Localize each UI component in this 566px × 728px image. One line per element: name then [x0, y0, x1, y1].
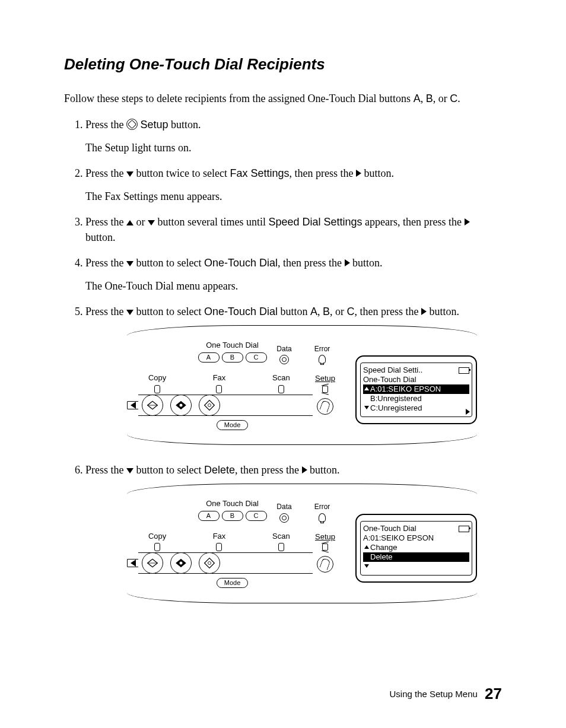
- arrow-right-icon: [465, 218, 470, 225]
- arrow-down-icon: [148, 220, 155, 225]
- text: button to select: [133, 464, 204, 476]
- decorative-line: [127, 591, 477, 603]
- arrow-down-icon: [126, 468, 133, 473]
- data-led-icon: [279, 513, 289, 523]
- scan-mode-label: Scan: [251, 531, 311, 542]
- text: , then press the: [235, 464, 301, 476]
- button-a-label: A: [310, 306, 317, 317]
- text: button to select: [133, 257, 204, 269]
- text: or: [133, 216, 148, 228]
- one-touch-a-button: A: [198, 511, 220, 521]
- cord-icon: [216, 543, 222, 551]
- setup-light-icon: [322, 386, 328, 393]
- svg-point-1: [208, 403, 211, 406]
- left-arrow-icon: [127, 559, 138, 567]
- lcd-screen-1: Speed Dial Setti.. One-Touch Dial A:01:S…: [355, 355, 477, 424]
- button-a-label: A: [414, 93, 421, 104]
- text: button twice to select: [133, 167, 230, 179]
- lcd-subtitle: A:01:SEIKO EPSON: [363, 533, 469, 543]
- decorative-line: [127, 484, 477, 496]
- error-led-icon: [319, 513, 326, 522]
- cord-icon: [154, 543, 160, 551]
- text: , then press the: [278, 257, 344, 269]
- lcd-item-blank: [363, 562, 469, 571]
- text: button.: [85, 231, 116, 243]
- step-6: Press the button to select Delete, then …: [85, 463, 502, 603]
- data-led-label: Data: [276, 503, 291, 511]
- button-c-label: C: [347, 306, 355, 317]
- step-result: The Fax Settings menu appears.: [85, 189, 502, 204]
- arrow-up-icon: [126, 220, 133, 225]
- page-number: 27: [485, 685, 502, 702]
- battery-icon: [459, 367, 469, 374]
- lcd-item-delete-text: Delete: [370, 552, 393, 561]
- fax-mode-button-icon: [170, 552, 192, 574]
- arrow-up-icon: [364, 545, 369, 549]
- setup-button-icon: [317, 556, 333, 573]
- lcd-subtitle: One-Touch Dial: [363, 375, 469, 384]
- speed-dial-settings-label: Speed Dial Settings: [268, 216, 362, 228]
- text: Follow these steps to delete recipients …: [64, 93, 414, 104]
- scan-mode-button-icon: [199, 395, 220, 416]
- lcd-screen-2: One-Touch Dial A:01:SEIKO EPSON Change D…: [355, 514, 477, 583]
- text: .: [457, 93, 460, 104]
- data-led-label: Data: [276, 345, 291, 353]
- arrow-right-icon: [356, 170, 361, 177]
- text: Press the: [85, 167, 126, 179]
- lcd-selected-item: A:01:SEIKO EPSON: [363, 384, 469, 394]
- mode-button: Mode: [217, 420, 249, 430]
- arrow-down-icon: [126, 310, 133, 315]
- text: button several times until: [155, 216, 268, 228]
- fax-mode-label: Fax: [189, 531, 249, 542]
- text: button.: [168, 119, 201, 131]
- cord-icon: [154, 385, 160, 393]
- svg-point-3: [208, 562, 211, 565]
- device-controls-illustration: One Touch Dial A B C Data: [127, 340, 338, 430]
- one-touch-c-button: C: [246, 511, 267, 521]
- step-5: Press the button to select One-Touch Dia…: [85, 304, 502, 445]
- lcd-title: Speed Dial Setti..: [363, 365, 422, 375]
- fax-settings-label: Fax Settings: [230, 167, 289, 179]
- button-b-label: B: [323, 306, 330, 317]
- section-heading: Deleting One-Touch Dial Recipients: [64, 53, 502, 75]
- one-touch-a-button: A: [198, 352, 220, 363]
- arrow-down-icon: [126, 171, 133, 177]
- text: Press the: [85, 306, 126, 317]
- text: , then press the: [290, 167, 356, 179]
- intro-paragraph: Follow these steps to delete recipients …: [64, 91, 502, 106]
- lcd-selected-item: Delete: [363, 552, 469, 562]
- step-3: Press the or button several times until …: [85, 215, 502, 244]
- left-arrow-icon: [127, 401, 138, 409]
- step-1: Press the Setup button. The Setup light …: [85, 117, 502, 155]
- copy-mode-label: Copy: [127, 373, 187, 383]
- footer-section-label: Using the Setup Menu: [389, 689, 477, 699]
- lcd-item-change: Change: [363, 543, 469, 552]
- device-panel-diagram-2: One Touch Dial A B C Data: [127, 484, 477, 603]
- device-panel-diagram-1: One Touch Dial A B C Data: [127, 325, 477, 445]
- scan-mode-button-icon: [199, 552, 220, 574]
- lcd-item-b: B:Unregistered: [363, 394, 469, 403]
- text: Press the: [85, 464, 126, 476]
- one-touch-dial-panel-label: One Touch Dial: [206, 341, 259, 349]
- one-touch-c-button: C: [246, 352, 267, 363]
- text: ,: [421, 93, 426, 104]
- text: ,: [317, 306, 323, 317]
- setup-mode-label: Setup: [315, 374, 335, 383]
- decorative-line: [127, 325, 477, 338]
- arrow-right-icon: [345, 259, 350, 266]
- copy-mode-label: Copy: [127, 531, 187, 542]
- step-result: The One-Touch Dial menu appears.: [85, 279, 502, 294]
- data-led-icon: [279, 355, 289, 364]
- one-touch-b-button: B: [222, 352, 243, 363]
- one-touch-dial-label: One-Touch Dial: [204, 257, 278, 269]
- text: Press the: [85, 257, 126, 269]
- device-controls-illustration: One Touch Dial A B C Data: [127, 498, 338, 589]
- copy-mode-button-icon: [142, 395, 163, 416]
- fax-mode-label: Fax: [189, 373, 249, 383]
- cord-icon: [216, 385, 222, 393]
- step-4: Press the button to select One-Touch Dia…: [85, 256, 502, 294]
- cord-icon: [278, 543, 284, 551]
- button-c-label: C: [450, 93, 457, 104]
- error-led-label: Error: [314, 345, 330, 353]
- one-touch-b-button: B: [222, 511, 243, 521]
